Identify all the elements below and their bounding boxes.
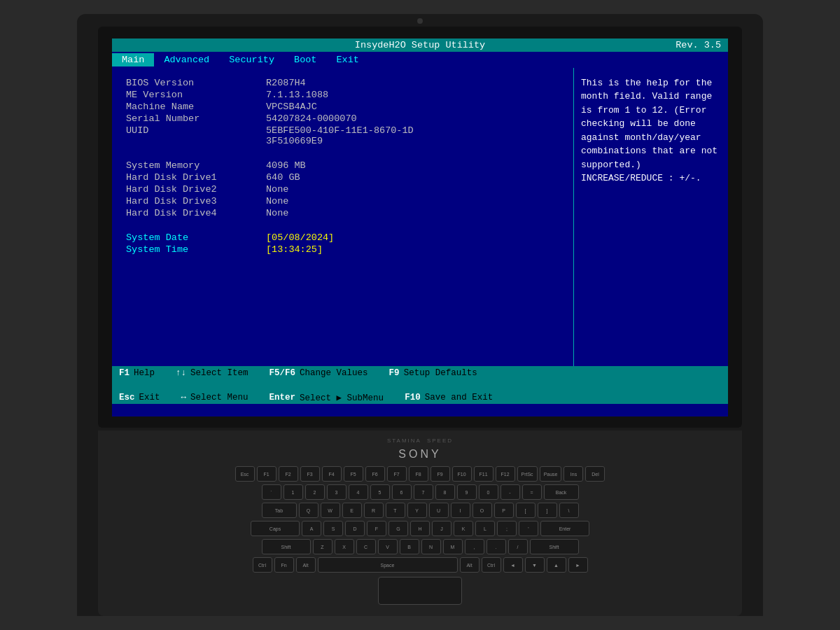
key-pause[interactable]: Pause: [540, 466, 562, 482]
key-row-bottom: Ctrl Fn Alt Space Alt Ctrl ◄ ▼ ▲ ►: [112, 557, 728, 573]
key-enter[interactable]: Enter: [540, 521, 589, 536]
key-f10[interactable]: F10: [452, 466, 472, 482]
key-f4[interactable]: F4: [322, 466, 342, 482]
key-fn[interactable]: Fn: [274, 557, 294, 573]
key-up[interactable]: ▲: [547, 557, 566, 573]
hdd3-label: Hard Disk Drive3: [126, 196, 266, 206]
key-d[interactable]: D: [345, 521, 365, 536]
key-ins[interactable]: Ins: [564, 466, 583, 482]
key-1[interactable]: 1: [284, 484, 303, 500]
key-l[interactable]: L: [475, 521, 495, 536]
key-lshift[interactable]: Shift: [262, 539, 311, 554]
footer-select-item: ↑↓ Select Item: [176, 368, 248, 378]
hdd2-row: Hard Disk Drive2 None: [126, 184, 559, 195]
key-o[interactable]: O: [472, 503, 492, 518]
key-j[interactable]: J: [432, 521, 451, 536]
key-minus[interactable]: -: [500, 484, 520, 500]
key-f1[interactable]: F1: [257, 466, 276, 482]
key-m[interactable]: M: [443, 539, 463, 554]
menu-item-boot[interactable]: Boot: [284, 53, 326, 66]
system-time-row[interactable]: System Time [13:34:25]: [126, 244, 559, 255]
key-h[interactable]: H: [410, 521, 430, 536]
key-esc[interactable]: Esc: [235, 466, 255, 482]
key-left[interactable]: ◄: [503, 557, 523, 573]
key-f3[interactable]: F3: [300, 466, 320, 482]
key-5[interactable]: 5: [370, 484, 390, 500]
key-right[interactable]: ►: [568, 557, 588, 573]
key-f9[interactable]: F9: [430, 466, 450, 482]
key-caps[interactable]: Caps: [251, 521, 300, 536]
key-f6[interactable]: F6: [365, 466, 385, 482]
key-f11[interactable]: F11: [474, 466, 493, 482]
key-8[interactable]: 8: [435, 484, 455, 500]
key-6[interactable]: 6: [392, 484, 412, 500]
key-backslash[interactable]: \: [559, 503, 579, 518]
key-t[interactable]: T: [386, 503, 405, 518]
key-f5[interactable]: F5: [344, 466, 363, 482]
system-memory-value: 4096 MB: [266, 160, 306, 171]
key-v[interactable]: V: [378, 539, 398, 554]
key-period[interactable]: .: [486, 539, 506, 554]
serial-number-row: Serial Number 54207824-0000070: [126, 113, 559, 124]
key-tab[interactable]: Tab: [262, 503, 297, 518]
system-date-row[interactable]: System Date [05/08/2024]: [126, 232, 559, 243]
menu-item-security[interactable]: Security: [219, 53, 284, 66]
key-space[interactable]: Space: [318, 557, 458, 573]
key-n[interactable]: N: [421, 539, 441, 554]
key-b[interactable]: B: [400, 539, 419, 554]
key-0[interactable]: 0: [479, 484, 498, 500]
key-del[interactable]: Del: [585, 466, 605, 482]
key-equals[interactable]: =: [522, 484, 542, 500]
key-f12[interactable]: F12: [496, 466, 515, 482]
key-7[interactable]: 7: [414, 484, 433, 500]
key-backspace[interactable]: Back: [544, 484, 579, 500]
key-f[interactable]: F: [367, 521, 386, 536]
footer-f10: F10 Save and Exit: [405, 392, 493, 403]
key-rbracket[interactable]: ]: [538, 503, 557, 518]
menu-item-advanced[interactable]: Advanced: [154, 53, 219, 66]
key-y[interactable]: Y: [407, 503, 427, 518]
hdd1-label: Hard Disk Drive1: [126, 172, 266, 183]
key-x[interactable]: X: [335, 539, 354, 554]
key-k[interactable]: K: [454, 521, 473, 536]
key-i[interactable]: I: [451, 503, 470, 518]
key-4[interactable]: 4: [349, 484, 368, 500]
key-q[interactable]: Q: [299, 503, 318, 518]
key-u[interactable]: U: [429, 503, 449, 518]
key-c[interactable]: C: [356, 539, 376, 554]
stamina-label: STAMINA: [387, 438, 421, 444]
menu-item-main[interactable]: Main: [112, 53, 154, 66]
key-r[interactable]: R: [364, 503, 384, 518]
machine-name-label: Machine Name: [126, 102, 266, 112]
key-ralt[interactable]: Alt: [460, 557, 479, 573]
key-2[interactable]: 2: [305, 484, 325, 500]
key-f8[interactable]: F8: [409, 466, 428, 482]
key-quote[interactable]: ': [519, 521, 538, 536]
key-9[interactable]: 9: [457, 484, 477, 500]
key-f7[interactable]: F7: [387, 466, 407, 482]
key-prtsc[interactable]: PrtSc: [517, 466, 538, 482]
key-w[interactable]: W: [321, 503, 340, 518]
key-comma[interactable]: ,: [465, 539, 484, 554]
stamina-speed: STAMINA SPEED: [112, 438, 728, 444]
menu-item-exit[interactable]: Exit: [326, 53, 368, 66]
key-rctrl[interactable]: Ctrl: [482, 557, 501, 573]
key-a[interactable]: A: [302, 521, 321, 536]
key-lbracket[interactable]: [: [516, 503, 536, 518]
key-lctrl[interactable]: Ctrl: [253, 557, 272, 573]
key-s[interactable]: S: [323, 521, 343, 536]
key-slash[interactable]: /: [508, 539, 528, 554]
key-g[interactable]: G: [388, 521, 408, 536]
key-rshift[interactable]: Shift: [530, 539, 579, 554]
key-backtick[interactable]: `: [262, 484, 281, 500]
machine-name-row: Machine Name VPCSB4AJC: [126, 102, 559, 112]
key-down[interactable]: ▼: [525, 557, 545, 573]
trackpad[interactable]: [378, 577, 462, 605]
key-lalt[interactable]: Alt: [296, 557, 316, 573]
key-f2[interactable]: F2: [279, 466, 298, 482]
key-p[interactable]: P: [494, 503, 514, 518]
key-e[interactable]: E: [342, 503, 362, 518]
key-semicolon[interactable]: ;: [497, 521, 517, 536]
key-3[interactable]: 3: [327, 484, 346, 500]
key-z[interactable]: Z: [313, 539, 332, 554]
